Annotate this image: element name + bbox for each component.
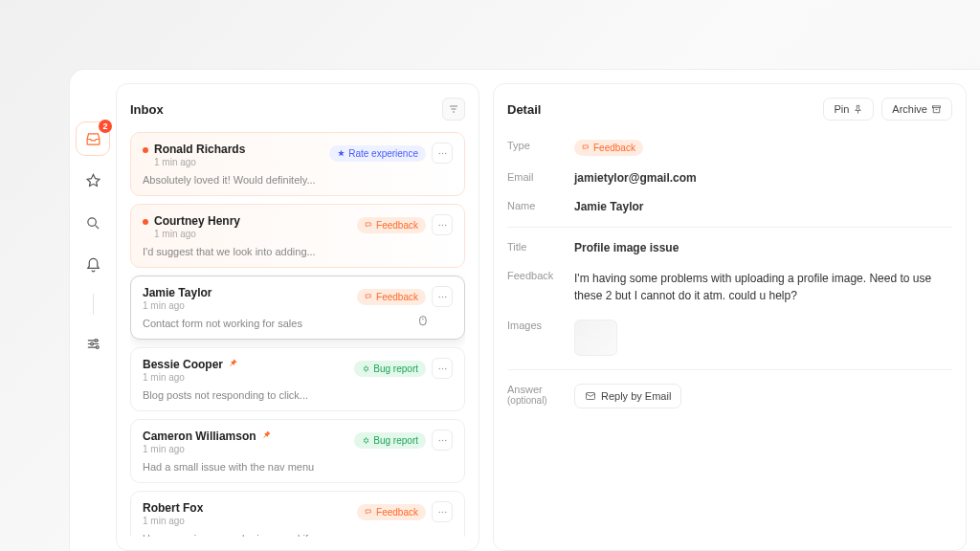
message-preview: I'd suggest that we look into adding... [143, 246, 453, 257]
message-more-button[interactable] [432, 358, 453, 379]
message-list: Ronald Richards1 min agoRate experienceA… [130, 132, 465, 537]
message-preview: Contact form not working for sales [143, 318, 453, 329]
svg-point-19 [441, 439, 442, 440]
svg-point-9 [445, 224, 446, 225]
svg-point-12 [445, 296, 446, 297]
answer-label: Answer (optional) [507, 384, 574, 408]
type-tag: Feedback [574, 140, 643, 156]
message-sender: Jamie Taylor [143, 286, 351, 299]
feedback-label: Feedback [507, 270, 574, 304]
svg-point-3 [96, 345, 99, 348]
nav-pin[interactable] [76, 164, 110, 198]
svg-point-6 [445, 152, 446, 153]
unread-dot [143, 219, 148, 225]
nav-divider [93, 294, 94, 315]
email-label: Email [507, 171, 574, 185]
feedback-value: I'm having some problems with uploading … [574, 270, 952, 304]
nav-settings[interactable] [76, 326, 110, 361]
message-time: 1 min ago [143, 372, 348, 383]
sidebar: 2 [70, 70, 116, 551]
message-preview: Absolutely loved it! Would definitely... [143, 174, 453, 186]
svg-point-13 [365, 366, 368, 370]
archive-button[interactable]: Archive [881, 98, 952, 121]
subject-value: Profile image issue [574, 241, 679, 254]
name-label: Name [507, 200, 574, 213]
svg-point-10 [438, 296, 439, 297]
svg-point-15 [441, 367, 442, 368]
filter-button[interactable] [442, 98, 465, 121]
message-more-button[interactable] [432, 214, 453, 235]
message-preview: User experience can be improved if... [143, 533, 453, 537]
message-more-button[interactable] [432, 430, 453, 451]
svg-point-14 [438, 367, 439, 368]
message-card[interactable]: Bessie Cooper1 min agoBug reportBlog pos… [130, 347, 465, 411]
svg-point-1 [94, 339, 97, 342]
svg-point-23 [445, 511, 446, 512]
message-more-button[interactable] [432, 143, 453, 164]
svg-point-17 [365, 438, 368, 442]
message-preview: Had a small issue with the nav menu [143, 461, 453, 473]
svg-point-2 [90, 342, 93, 345]
message-card[interactable]: Jamie Taylor1 min agoFeedbackContact for… [130, 276, 465, 340]
main-area: Inbox Ronald Richards1 min agoRate exper… [116, 70, 980, 551]
message-time: 1 min ago [154, 229, 351, 239]
svg-rect-27 [932, 105, 940, 107]
name-value: Jamie Taylor [574, 200, 643, 213]
pin-button[interactable]: Pin [823, 98, 874, 121]
inbox-title: Inbox [130, 102, 164, 117]
nav-notifications[interactable] [76, 248, 110, 282]
inbox-panel: Inbox Ronald Richards1 min agoRate exper… [116, 83, 479, 551]
subject-label: Title [507, 241, 574, 254]
message-tag: Feedback [357, 289, 426, 305]
detail-body: Type Feedback Email jamietylor@gmail.com… [507, 132, 952, 416]
archive-button-label: Archive [892, 103, 927, 115]
svg-point-16 [445, 367, 446, 368]
message-time: 1 min ago [154, 157, 323, 167]
pin-button-label: Pin [834, 103, 849, 115]
app-shell: 2 Inbox Ronald Richards1 min agoRate exp… [69, 69, 980, 551]
svg-point-20 [445, 439, 446, 440]
message-card[interactable]: Cameron Williamson1 min agoBug reportHad… [130, 419, 465, 483]
unread-dot [143, 147, 148, 153]
message-card[interactable]: Courtney Henry1 min agoFeedbackI'd sugge… [130, 204, 465, 268]
message-time: 1 min ago [143, 300, 351, 311]
message-time: 1 min ago [143, 516, 351, 526]
images-label: Images [507, 320, 574, 356]
message-more-button[interactable] [432, 286, 453, 307]
pin-icon [261, 430, 272, 443]
svg-rect-28 [587, 393, 595, 400]
svg-point-18 [438, 439, 439, 440]
svg-point-0 [87, 217, 96, 226]
nav-inbox[interactable]: 2 [76, 121, 110, 156]
message-sender: Bessie Cooper [143, 358, 348, 371]
message-preview: Blog posts not responding to click... [143, 389, 453, 401]
svg-point-4 [438, 152, 439, 153]
message-sender: Courtney Henry [154, 214, 351, 228]
message-tag: Feedback [357, 217, 426, 233]
message-tag: Bug report [354, 432, 426, 449]
pin-icon [228, 358, 238, 371]
detail-title: Detail [507, 102, 541, 117]
message-card[interactable]: Robert Fox1 min agoFeedbackUser experien… [130, 491, 465, 537]
message-sender: Cameron Williamson [143, 430, 348, 443]
nav-search[interactable] [76, 206, 110, 240]
svg-point-7 [438, 224, 439, 225]
message-sender: Robert Fox [143, 501, 351, 515]
email-value: jamietylor@gmail.com [574, 171, 697, 185]
detail-panel: Detail Pin Archive Type Feedback [493, 83, 967, 551]
message-sender: Ronald Richards [154, 143, 323, 156]
cursor-icon [418, 314, 431, 331]
type-label: Type [507, 140, 574, 156]
message-more-button[interactable] [432, 501, 453, 522]
message-tag: Bug report [354, 361, 426, 377]
svg-point-21 [438, 511, 439, 512]
inbox-badge: 2 [99, 120, 112, 133]
message-tag: Feedback [357, 504, 426, 520]
message-tag: Rate experience [329, 145, 426, 162]
reply-button-label: Reply by Email [601, 390, 671, 402]
message-card[interactable]: Ronald Richards1 min agoRate experienceA… [130, 132, 465, 196]
svg-point-5 [441, 152, 442, 153]
reply-by-email-button[interactable]: Reply by Email [574, 384, 681, 408]
attached-image-thumb[interactable] [574, 320, 617, 356]
svg-point-11 [441, 296, 442, 297]
